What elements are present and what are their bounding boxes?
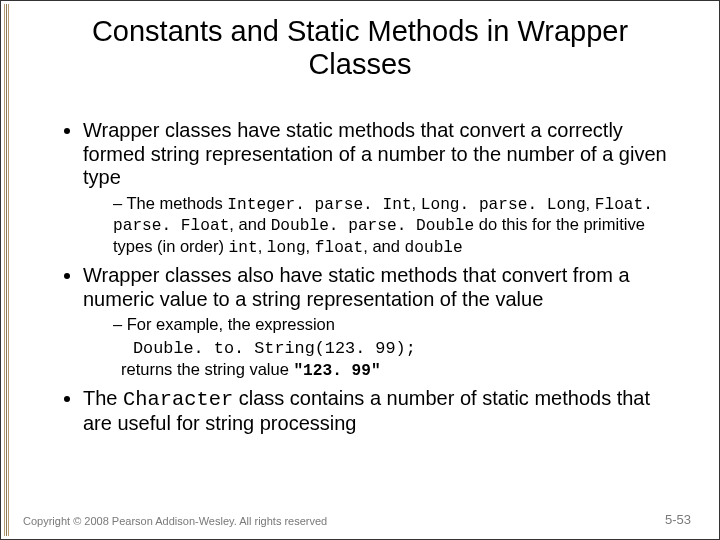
copyright-text: Copyright © 2008 Pearson Addison-Wesley.… — [23, 515, 327, 527]
t: The — [83, 387, 123, 409]
slide: Constants and Static Methods in Wrapper … — [0, 0, 720, 540]
code-long: long — [267, 239, 306, 257]
code-double-parsedouble: Double. parse. Double — [271, 217, 475, 235]
code-float: float — [315, 239, 363, 257]
t: , and — [229, 215, 270, 233]
t: , — [412, 194, 421, 212]
code-double: double — [405, 239, 463, 257]
t: , — [586, 194, 595, 212]
page-number: 5-53 — [665, 512, 691, 527]
code-character: Character — [123, 388, 233, 411]
code-long-parselong: Long. parse. Long — [421, 196, 586, 214]
bullet-2: Wrapper classes also have static methods… — [83, 264, 679, 381]
slide-title: Constants and Static Methods in Wrapper … — [61, 15, 659, 82]
code-integer-parseint: Integer. parse. Int — [227, 196, 411, 214]
t: returns the string value — [121, 360, 293, 378]
t: , and — [363, 237, 404, 255]
decorative-left-stripe — [4, 4, 10, 536]
bullet-3: The Character class contains a number of… — [83, 387, 679, 436]
bullet-2-sub: For example, the expression — [113, 315, 679, 335]
code-tostring: Double. to. String(123. 99); — [133, 339, 416, 358]
bullet-2-text: Wrapper classes also have static methods… — [83, 264, 630, 310]
code-string-literal: "123. 99" — [293, 362, 380, 380]
bullet-1: Wrapper classes have static methods that… — [83, 119, 679, 258]
bullet-1-text: Wrapper classes have static methods that… — [83, 119, 667, 188]
bullet-2-return: returns the string value "123. 99" — [83, 359, 679, 381]
bullet-2-code-line: Double. to. String(123. 99); — [83, 337, 679, 359]
t: , — [306, 237, 315, 255]
slide-body: Wrapper classes have static methods that… — [61, 119, 679, 442]
code-int: int — [229, 239, 258, 257]
t: The methods — [126, 194, 227, 212]
bullet-1-sub: The methods Integer. parse. Int, Long. p… — [113, 194, 679, 258]
t: , — [258, 237, 267, 255]
